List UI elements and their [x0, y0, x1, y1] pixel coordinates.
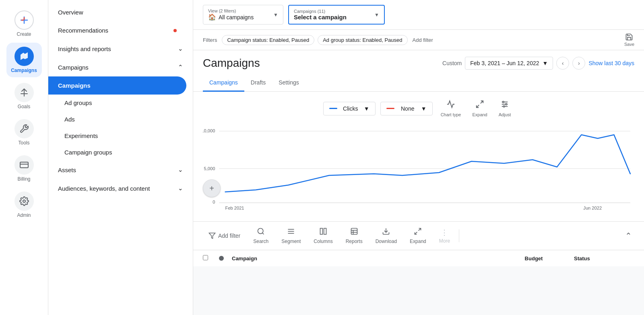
svg-point-3 — [23, 200, 25, 202]
view-dropdown[interactable]: View (2 filters) 🏠 All campaigns ▼ — [203, 5, 283, 25]
sidebar-item-audiences[interactable]: Audiences, keywords, and content ⌄ — [48, 179, 193, 198]
sidebar-item-campaigns-section[interactable]: Campaigns ⌃ — [48, 58, 193, 76]
campaigns-active-label: Campaigns — [58, 82, 91, 89]
sidebar-item-campaigns[interactable]: Campaigns — [48, 76, 186, 95]
expand-chart-button[interactable]: Expand — [469, 98, 490, 119]
search-icon — [257, 227, 265, 237]
sidebar-item-assets[interactable]: Assets ⌄ — [48, 161, 193, 179]
metric1-label: Clicks — [343, 105, 358, 112]
date-prev-button[interactable]: ‹ — [556, 57, 569, 70]
svg-point-11 — [503, 106, 505, 107]
segment-icon — [287, 227, 295, 237]
download-label: Download — [376, 239, 397, 244]
create-icon — [14, 10, 34, 30]
ads-label: Ads — [64, 116, 75, 123]
sidebar-item-recommendations[interactable]: Recommendations — [48, 21, 186, 39]
svg-point-9 — [503, 101, 504, 103]
home-icon: 🏠 — [208, 13, 216, 21]
chart-type-button[interactable]: Chart type — [438, 98, 464, 119]
view-dropdown-arrow-icon: ▼ — [273, 12, 278, 18]
campaigns-icon — [14, 47, 34, 66]
goals-nav-item[interactable]: Goals — [6, 79, 42, 113]
segment-toolbar-button[interactable]: Segment — [276, 225, 306, 247]
adjust-icon — [500, 100, 509, 111]
custom-label: Custom — [442, 60, 462, 66]
expand-icon — [475, 100, 484, 111]
campaign-groups-label: Campaign groups — [64, 149, 112, 156]
reports-toolbar-button[interactable]: Reports — [340, 225, 368, 247]
campaign-dropdown-arrow-icon: ▼ — [374, 12, 379, 18]
metric2-dropdown[interactable]: None ▼ — [380, 102, 433, 115]
search-label: Search — [253, 239, 268, 244]
x-axis-jun2022: Jun 2022 — [583, 206, 602, 210]
view-label: View (2 filters) — [208, 8, 254, 13]
status-dot — [219, 256, 224, 261]
tabs: Campaigns Drafts Settings — [203, 74, 634, 91]
create-label: Create — [17, 31, 31, 37]
svg-rect-20 — [351, 229, 357, 235]
billing-nav-item[interactable]: Billing — [6, 151, 42, 186]
filters-bar: Filters Campaign status: Enabled, Paused… — [193, 30, 644, 50]
insights-label: Insights and reports — [58, 45, 111, 52]
billing-label: Billing — [17, 176, 30, 182]
add-filter-toolbar-button[interactable]: Add filter — [203, 230, 246, 242]
svg-point-13 — [258, 229, 263, 234]
metric1-dropdown[interactable]: Clicks ▼ — [323, 102, 376, 115]
admin-label: Admin — [17, 212, 31, 218]
admin-icon — [14, 191, 34, 211]
sidebar-item-ad-groups[interactable]: Ad groups — [48, 95, 186, 111]
all-campaigns-label: 🏠 All campaigns — [208, 13, 254, 21]
campaigns-nav-item[interactable]: Campaigns — [6, 43, 42, 77]
tab-campaigns[interactable]: Campaigns — [203, 74, 244, 92]
adjust-button[interactable]: Adjust — [495, 98, 514, 119]
assets-chevron-icon: ⌄ — [178, 166, 183, 173]
add-filter-toolbar-label: Add filter — [218, 233, 240, 239]
filter-chip-adgroup-status[interactable]: Ad group status: Enabled, Paused — [318, 35, 407, 45]
sidebar-item-ads[interactable]: Ads — [48, 111, 186, 128]
tools-nav-item[interactable]: Tools — [6, 115, 42, 150]
page-title: Campaigns — [203, 57, 260, 70]
billing-icon — [14, 155, 34, 175]
add-float-button[interactable]: + — [203, 179, 221, 197]
overview-label: Overview — [58, 9, 83, 16]
content-header: Campaigns Custom Feb 3, 2021 – Jun 12, 2… — [193, 50, 644, 92]
save-label: Save — [624, 42, 634, 47]
show-last-30-button[interactable]: Show last 30 days — [588, 60, 634, 66]
tab-drafts[interactable]: Drafts — [244, 74, 272, 92]
svg-line-25 — [419, 229, 421, 231]
budget-col-header[interactable]: Budget — [493, 255, 574, 261]
table-header: Campaign Budget Status — [193, 250, 644, 266]
tab-settings[interactable]: Settings — [272, 74, 305, 92]
date-next-button[interactable]: › — [572, 57, 585, 70]
collapse-button[interactable]: ⌃ — [623, 229, 634, 243]
sidebar-item-insights[interactable]: Insights and reports ⌄ — [48, 39, 193, 58]
admin-nav-item[interactable]: Admin — [6, 187, 42, 222]
campaigns-section-label: Campaigns — [58, 64, 89, 71]
campaigns-chevron-icon: ⌃ — [178, 64, 183, 71]
audiences-chevron-icon: ⌄ — [178, 185, 183, 192]
date-range-dropdown[interactable]: Feb 3, 2021 – Jun 12, 2022 ▼ — [465, 57, 553, 70]
tools-icon — [14, 119, 34, 138]
sidebar-item-experiments[interactable]: Experiments — [48, 128, 186, 144]
campaigns-count-label: Campaigns (11) — [294, 9, 347, 14]
more-toolbar-button[interactable]: ⋮ More — [433, 226, 456, 246]
line-chart: 10,000 5,000 0 Feb 2021 Jun 2022 — [203, 125, 634, 214]
ad-groups-label: Ad groups — [64, 99, 92, 106]
select-all-checkbox[interactable] — [203, 255, 208, 260]
save-icon — [625, 33, 633, 41]
sidebar-item-overview[interactable]: Overview — [48, 3, 186, 21]
search-toolbar-button[interactable]: Search — [248, 225, 274, 247]
filter-chip-campaign-status[interactable]: Campaign status: Enabled, Paused — [222, 35, 314, 45]
sidebar-item-campaign-groups[interactable]: Campaign groups — [48, 144, 186, 161]
expand-toolbar-button[interactable]: Expand — [404, 225, 432, 247]
columns-icon — [319, 227, 327, 237]
download-toolbar-button[interactable]: Download — [370, 225, 402, 247]
expand-label: Expand — [472, 112, 487, 117]
metric2-dropdown-arrow-icon: ▼ — [421, 105, 427, 112]
add-filter-button[interactable]: Add filter — [413, 37, 433, 43]
line-chart-wrapper: 10,000 5,000 0 Feb 2021 Jun 2022 — [203, 125, 634, 215]
create-button[interactable]: Create — [6, 6, 42, 41]
save-button[interactable]: Save — [624, 33, 634, 47]
columns-toolbar-button[interactable]: Columns — [308, 225, 338, 247]
campaign-dropdown[interactable]: Campaigns (11) Select a campaign ▼ — [288, 5, 385, 25]
